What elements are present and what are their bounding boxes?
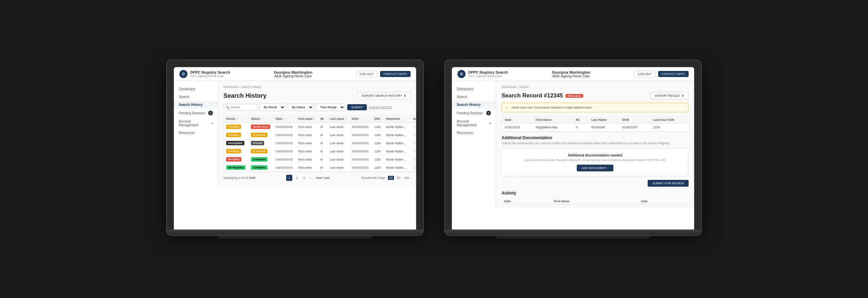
right-logo-icon: D (457, 70, 466, 78)
results-100[interactable]: 100 (403, 176, 411, 180)
right-app-info: DPPC Registry Search AKA: Ageing Home Ca… (468, 70, 508, 78)
additional-doc-section: Additional Documentation Upload the docu… (501, 135, 689, 187)
detail-header-row: Date First Name MI. Last Name DOB Last F… (501, 116, 689, 124)
cell-ssn: 1234 (372, 139, 383, 147)
logout-button[interactable]: LOG OUT (356, 71, 377, 77)
results-50[interactable]: 50 (395, 176, 401, 180)
table-row[interactable]: On Registry Complete XX/XX/XXXX First na… (223, 164, 416, 172)
cell-last: Last name (327, 164, 349, 172)
results-20[interactable]: 20 (388, 176, 394, 180)
table-row[interactable]: Pending In Review XX/XX/XXXX First name … (223, 131, 416, 139)
cell-date: XX/XX/XXXX (273, 164, 295, 172)
document-icon: 📄 (413, 133, 416, 137)
page-2[interactable]: 2 (294, 175, 300, 181)
col-docs: Docs (410, 115, 416, 123)
sidebar-item-account[interactable]: Account Management ▾ (174, 117, 218, 129)
record-title-text: Search Record #12345 (501, 92, 563, 99)
table-row[interactable]: Pending In Review XX/XX/XXXX First name … (223, 147, 416, 155)
cell-ssn: 1234 (372, 155, 383, 164)
sidebar-label-search: Search (179, 95, 190, 99)
alert-icon: ⚠ (505, 105, 509, 110)
user-info: Georgina Washington AKA: Ageing Home Car… (274, 70, 312, 78)
right-sidebar-search[interactable]: Search (452, 93, 496, 101)
cell-requester: Kieran Mullen Dream Time... (383, 123, 410, 131)
record-content: Dashboard › Search Search Record #12345 … (496, 81, 694, 209)
page-3[interactable]: 3 (301, 175, 307, 181)
user-name: Georgina Washington (274, 70, 312, 74)
right-sidebar-dashboard[interactable]: Dashboard (452, 85, 496, 93)
app-info: DPPC Registry Search AKA: Ageing Home Ca… (190, 70, 230, 78)
sidebar-item-resources[interactable]: Resources (174, 129, 218, 137)
status-badge: Closed (251, 141, 264, 145)
export-button[interactable]: EXPORT SEARCH HISTORY ⬆ (357, 92, 411, 99)
activity-title: Activity (501, 191, 689, 195)
right-app-subtitle: AKA: Ageing Home Care (468, 74, 508, 78)
right-export-label: EXPORT RESULT (655, 94, 680, 97)
right-sidebar-history[interactable]: Search History (452, 101, 496, 109)
right-sidebar-resources[interactable]: Resources (452, 129, 496, 137)
cell-dob: XX/XX/XXXX (349, 123, 371, 131)
right-sidebar-pending[interactable]: Pending Reviews 8 (452, 109, 496, 117)
search-input-wrap: 🔍 (223, 104, 257, 111)
cell-result: Incomplete (223, 139, 248, 147)
table-row[interactable]: No Entry Complete XX/XX/XXXX First name … (223, 155, 416, 164)
cell-result: Pending (223, 147, 248, 155)
sidebar-item-search[interactable]: Search (174, 93, 218, 101)
col-ssn: SSN (372, 115, 383, 123)
right-logout-button[interactable]: LOG OUT (634, 71, 655, 77)
right-label-search: Search (457, 95, 468, 99)
cell-first: First name (295, 147, 318, 155)
pending-badge: 8 (208, 111, 213, 115)
right-sidebar-account[interactable]: Account Management ▾ (452, 117, 496, 129)
activity-header-row: Date First Name User (501, 198, 689, 205)
col-status: Status ↕ (248, 115, 273, 123)
col-date: Date ↕ (273, 115, 295, 123)
clear-filters-button[interactable]: CLEAR FILTERS (369, 106, 392, 109)
right-breadcrumb: Dashboard › Search (501, 85, 689, 89)
right-label-history: Search History (457, 103, 481, 107)
cell-mi: M (318, 139, 327, 147)
cell-doc: 📄 (410, 123, 416, 131)
sidebar-label-search-history: Search History (179, 103, 203, 107)
detail-col-firstname: First Name (532, 116, 572, 124)
detail-ssn: 1234 (650, 124, 689, 131)
cell-result: On Registry (223, 164, 248, 172)
by-status-filter[interactable]: By Status (288, 104, 314, 111)
right-user-role: AKA: Ageing Home Care (552, 74, 590, 78)
page-1[interactable]: 1 (286, 175, 292, 181)
cell-result: Pending (223, 123, 248, 131)
cell-status: In Review (248, 131, 273, 139)
sidebar-item-dashboard[interactable]: Dashboard (174, 85, 218, 93)
sidebar-item-pending-reviews[interactable]: Pending Reviews 8 (174, 109, 218, 117)
by-result-filter[interactable]: By Result (259, 104, 285, 111)
alert-text: Need more Info. Documents needed to make… (512, 106, 592, 109)
add-document-button[interactable]: ADD DOCUMENT ↑ (577, 165, 613, 171)
status-badge: In Review (251, 133, 268, 137)
right-contact-button[interactable]: CONTACT DPPC (658, 71, 689, 77)
sidebar-item-search-history[interactable]: Search History (174, 101, 218, 109)
submit-button[interactable]: SUBMIT (347, 104, 367, 110)
sidebar: Dashboard Search Search History Pending … (174, 81, 218, 185)
contact-button[interactable]: CONTACT DPPC (380, 71, 411, 77)
header-left: D DPPC Registry Search AKA: Ageing Home … (179, 70, 230, 78)
additional-doc-title: Additional Documentation (501, 135, 689, 140)
cell-ssn: 1234 (372, 147, 383, 155)
col-dob: DOB ↕ (349, 115, 371, 123)
col-result: Result ↕ (223, 115, 248, 123)
sidebar-label-dashboard: Dashboard (179, 87, 195, 91)
table-row[interactable]: Incomplete Closed XX/XX/XXXX First name … (223, 139, 416, 147)
time-range-filter[interactable]: Time Range (316, 104, 345, 111)
table-header-row: Result ↕ Status ↕ Date ↕ First name ↕ MI… (223, 115, 416, 123)
cell-doc: 📄 (410, 164, 416, 172)
document-icon: 📄 (413, 125, 416, 129)
right-export-button[interactable]: EXPORT RESULT ⬆ (651, 92, 689, 99)
logo-icon: D (179, 70, 188, 78)
doc-box-desc: Upload a Driver's License, Passport, Mil… (507, 159, 684, 162)
content-area: Dashboard › Search History Search Histor… (218, 81, 416, 185)
page-next[interactable]: Next (316, 176, 322, 180)
table-row[interactable]: Pending Needs docs XX/XX/XXXX First name… (223, 123, 416, 131)
page-last[interactable]: Last (323, 176, 329, 180)
right-header-actions: LOG OUT CONTACT DPPC (634, 71, 689, 77)
submit-review-button[interactable]: SUBMIT FOR REVIEW (648, 180, 689, 187)
activity-section: Activity Date First Name User (501, 191, 689, 205)
